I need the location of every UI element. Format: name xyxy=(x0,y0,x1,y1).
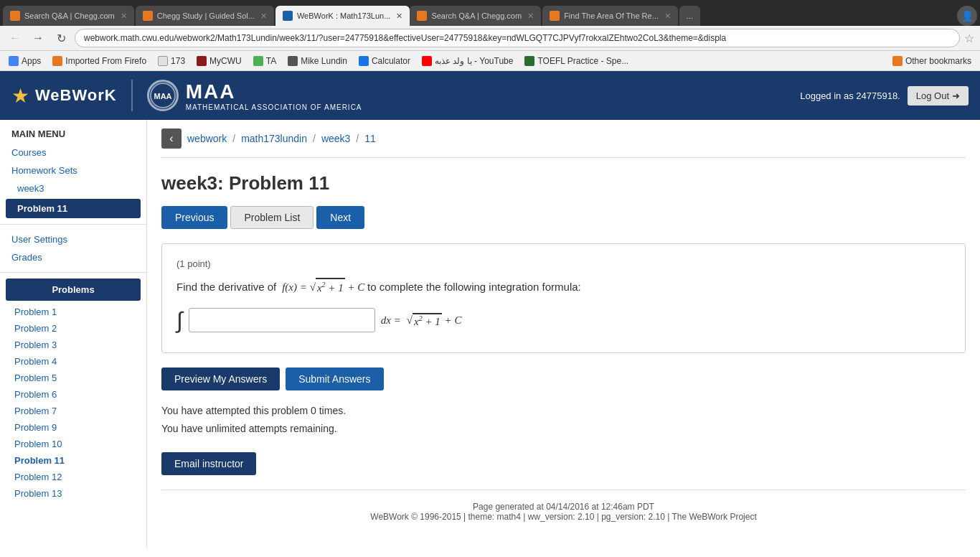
page-body: MAIN MENU Courses Homework Sets week3 Pr… xyxy=(0,120,980,548)
bookmark-label: Mike Lundin xyxy=(301,56,347,66)
problem-list-button[interactable]: Problem List xyxy=(230,206,314,229)
breadcrumb-sep-3: / xyxy=(356,133,359,144)
breadcrumb-webwork[interactable]: webwork xyxy=(187,133,227,144)
sqrt-expression: √x2 + 1 xyxy=(310,278,345,296)
result-expression: √x2 + 1 + C xyxy=(407,313,462,328)
sidebar-item-grades[interactable]: Grades xyxy=(0,248,146,266)
sidebar-problem-2[interactable]: Problem 2 xyxy=(0,320,146,337)
sidebar-item-courses[interactable]: Courses xyxy=(0,144,146,162)
next-button[interactable]: Next xyxy=(316,206,364,229)
other-bookmarks[interactable]: Other bookmarks xyxy=(890,55,974,67)
tab-webwork[interactable]: WeBWorK : Math173Lun... ✕ xyxy=(275,6,410,26)
bookmark-icon xyxy=(197,56,207,66)
answer-input[interactable] xyxy=(189,308,375,332)
bookmark-icon xyxy=(253,56,263,66)
tab-find-area[interactable]: Find The Area Of The Re... ✕ xyxy=(542,6,678,26)
bookmark-label: Calculator xyxy=(372,56,410,66)
tab-chegg-1[interactable]: Search Q&A | Chegg.com ✕ xyxy=(3,6,134,26)
sidebar-item-user-settings[interactable]: User Settings xyxy=(0,230,146,248)
tab-close[interactable]: ✕ xyxy=(121,11,127,21)
attempt-info: You have attempted this problem 0 times.… xyxy=(161,402,966,438)
bookmark-mycwu[interactable]: MyCWU xyxy=(194,55,245,67)
maa-emblem-icon: MAA xyxy=(147,80,179,111)
breadcrumb-problem-num[interactable]: 11 xyxy=(364,133,376,144)
sidebar-problem-7[interactable]: Problem 7 xyxy=(0,403,146,419)
sidebar-problem-1[interactable]: Problem 1 xyxy=(0,304,146,320)
bookmark-label: TOEFL Practice - Spe... xyxy=(537,56,628,66)
previous-button[interactable]: Previous xyxy=(161,206,227,229)
attempt-line-1: You have attempted this problem 0 times. xyxy=(161,402,966,420)
integral-symbol: ∫ xyxy=(176,309,183,332)
maa-full-name: MATHEMATICAL ASSOCIATION OF AMERICA xyxy=(186,103,362,111)
tab-close[interactable]: ✕ xyxy=(396,11,402,21)
sidebar-item-problem11[interactable]: Problem 11 xyxy=(6,199,141,218)
sidebar-problem-9[interactable]: Problem 9 xyxy=(0,419,146,436)
submit-row: Preview My Answers Submit Answers xyxy=(161,368,966,390)
result-sqrt-content: x2 + 1 xyxy=(413,313,442,328)
bookmark-calculator[interactable]: Calculator xyxy=(356,55,413,67)
footer-timestamp: Page generated at 04/14/2016 at 12:46am … xyxy=(173,502,954,512)
logout-arrow-icon: ➜ xyxy=(952,90,960,101)
bookmarks-bar: Apps Imported From Firefo 173 MyCWU TA M… xyxy=(0,51,980,71)
bookmark-label: TA xyxy=(266,56,276,66)
preview-answers-button[interactable]: Preview My Answers xyxy=(161,368,280,390)
bookmark-mike[interactable]: Mike Lundin xyxy=(285,55,350,67)
breadcrumb: ‹ webwork / math173lundin / week3 / 11 xyxy=(161,120,966,158)
bookmark-icon xyxy=(892,56,903,66)
header-user-area: Logged in as 24775918. Log Out ➜ xyxy=(800,86,969,106)
tab-close[interactable]: ✕ xyxy=(260,11,267,21)
bookmark-ta[interactable]: TA xyxy=(250,55,279,67)
sidebar-problem-5[interactable]: Problem 5 xyxy=(0,370,146,386)
sidebar-problem-13[interactable]: Problem 13 xyxy=(0,485,146,502)
url-bar[interactable] xyxy=(75,29,960,47)
webwork-logo: ★ WeBWorK xyxy=(11,84,117,108)
breadcrumb-course[interactable]: math173lundin xyxy=(241,133,307,144)
star-icon: ★ xyxy=(11,84,29,108)
tab-favicon xyxy=(417,11,427,21)
tab-label: ... xyxy=(687,11,693,20)
main-content: ‹ webwork / math173lundin / week3 / 11 w… xyxy=(147,120,980,548)
back-button[interactable]: ← xyxy=(6,29,24,47)
bookmark-label: 173 xyxy=(171,56,185,66)
sidebar-problem-6[interactable]: Problem 6 xyxy=(0,386,146,403)
bookmark-youtube[interactable]: با ولد عذبه - YouTube xyxy=(419,55,517,67)
breadcrumb-week[interactable]: week3 xyxy=(321,133,350,144)
maa-logo: MAA MAA MATHEMATICAL ASSOCIATION OF AMER… xyxy=(131,80,362,111)
sidebar-item-week3[interactable]: week3 xyxy=(0,179,146,197)
bookmark-star-icon[interactable]: ☆ xyxy=(964,32,974,45)
nav-bar: ← → ↻ ☆ xyxy=(0,26,980,51)
forward-button[interactable]: → xyxy=(29,29,47,47)
tab-chegg-3[interactable]: Search Q&A | Chegg.com ✕ xyxy=(410,6,541,26)
sidebar-problem-3[interactable]: Problem 3 xyxy=(0,337,146,353)
user-avatar-icon: 👤 xyxy=(957,6,977,26)
bookmark-icon xyxy=(52,56,62,66)
tab-label: Search Q&A | Chegg.com xyxy=(24,11,115,20)
tab-close[interactable]: ✕ xyxy=(664,11,671,21)
bookmark-173[interactable]: 173 xyxy=(155,55,188,67)
sidebar-problem-12[interactable]: Problem 12 xyxy=(0,469,146,485)
sidebar-divider-2 xyxy=(0,272,146,273)
tab-label: Search Q&A | Chegg.com xyxy=(431,11,522,20)
submit-answers-button[interactable]: Submit Answers xyxy=(286,368,383,390)
bookmark-apps[interactable]: Apps xyxy=(6,55,44,67)
bookmark-imported[interactable]: Imported From Firefo xyxy=(50,55,149,67)
sidebar-problem-10[interactable]: Problem 10 xyxy=(0,436,146,452)
tab-favicon xyxy=(283,11,293,21)
logout-button[interactable]: Log Out ➜ xyxy=(908,86,969,106)
tab-favicon xyxy=(10,11,20,21)
tab-close[interactable]: ✕ xyxy=(527,11,534,21)
email-instructor-button[interactable]: Email instructor xyxy=(161,452,256,475)
bookmark-toefl[interactable]: TOEFL Practice - Spe... xyxy=(522,55,631,67)
problem-intro-text: Find the derivative of xyxy=(176,281,276,293)
tab-extra[interactable]: ... xyxy=(679,6,700,26)
sidebar-problem-11[interactable]: Problem 11 xyxy=(0,452,146,469)
reload-button[interactable]: ↻ xyxy=(52,29,70,47)
tab-label: Chegg Study | Guided Sol... xyxy=(157,11,255,20)
bookmark-icon xyxy=(359,56,369,66)
footer-credits: WeBWork © 1996-2015 | theme: math4 | ww_… xyxy=(173,512,954,522)
tab-chegg-2[interactable]: Chegg Study | Guided Sol... ✕ xyxy=(136,6,274,26)
problem-formula: f(x) = √x2 + 1 + C xyxy=(279,281,367,293)
back-navigation-button[interactable]: ‹ xyxy=(161,128,182,149)
sidebar-problem-4[interactable]: Problem 4 xyxy=(0,353,146,370)
sidebar-item-homework-sets[interactable]: Homework Sets xyxy=(0,162,146,179)
